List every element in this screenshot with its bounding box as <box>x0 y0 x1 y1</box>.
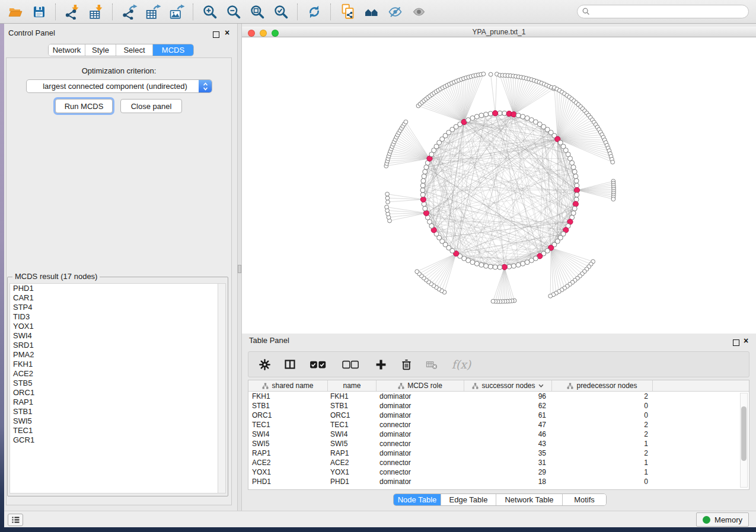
panel-divider-handle[interactable] <box>238 265 241 273</box>
table-cell[interactable]: connector <box>377 468 464 476</box>
table-cell[interactable]: 1 <box>552 468 653 476</box>
mcds-result-item[interactable]: TEC1 <box>10 426 218 435</box>
table-cell[interactable]: TEC1 <box>248 421 328 429</box>
table-cell[interactable]: 46 <box>464 430 552 438</box>
mcds-result-item[interactable]: SRD1 <box>10 341 218 350</box>
table-cell[interactable]: ACE2 <box>328 459 377 467</box>
mcds-result-item[interactable]: SWI4 <box>10 331 218 341</box>
network-window-titlebar[interactable]: YPA_prune.txt_1 <box>242 27 756 37</box>
zoom-fit-button[interactable] <box>245 2 269 22</box>
mcds-result-item[interactable]: STB1 <box>10 407 218 416</box>
show-column-panel-button[interactable] <box>283 358 296 371</box>
table-cell[interactable]: 0 <box>552 411 653 419</box>
delete-column-button[interactable] <box>400 358 413 371</box>
table-cell[interactable]: RAP1 <box>248 449 328 457</box>
table-cell[interactable]: ORC1 <box>248 411 328 419</box>
table-row[interactable]: FKH1FKH1dominator962 <box>248 392 749 401</box>
export-network-button[interactable] <box>117 2 141 22</box>
mcds-result-item[interactable]: STB5 <box>10 379 218 388</box>
mcds-result-item[interactable]: GCR1 <box>10 435 218 445</box>
table-cell[interactable]: 29 <box>464 468 552 476</box>
table-cell[interactable]: YOX1 <box>328 468 377 476</box>
close-panel-button[interactable]: Close panel <box>120 99 182 113</box>
tab-node-table[interactable]: Node Table <box>394 494 441 505</box>
table-cell[interactable]: 1 <box>552 440 653 448</box>
table-row[interactable]: ORC1ORC1dominator610 <box>248 411 749 420</box>
column-header-name[interactable]: name <box>328 380 377 391</box>
table-cell[interactable]: dominator <box>377 392 464 400</box>
mcds-result-item[interactable]: FKH1 <box>10 360 218 369</box>
table-cell[interactable]: 2 <box>552 430 653 438</box>
first-neighbors-button[interactable] <box>359 2 383 22</box>
mcds-result-item[interactable]: STP4 <box>10 303 218 312</box>
table-cell[interactable]: 1 <box>552 459 653 467</box>
table-cell[interactable]: 2 <box>552 449 653 457</box>
table-cell[interactable]: dominator <box>377 402 464 410</box>
table-cell[interactable]: SWI5 <box>328 440 377 448</box>
column-header-successor-nodes[interactable]: successor nodes <box>464 380 552 391</box>
tab-network-table[interactable]: Network Table <box>496 494 563 505</box>
table-cell[interactable]: FKH1 <box>248 392 328 400</box>
table-cell[interactable]: 18 <box>464 477 552 486</box>
table-cell[interactable]: connector <box>377 421 464 429</box>
table-cell[interactable]: ORC1 <box>328 411 377 419</box>
mcds-result-list[interactable]: PHD1CAR1STP4TID3YOX1SWI4SRD1PMA2FKH1ACE2… <box>9 283 219 493</box>
table-row[interactable]: SWI5SWI5connector431 <box>248 439 749 448</box>
table-cell[interactable]: SWI5 <box>248 440 328 448</box>
tab-select[interactable]: Select <box>116 44 153 56</box>
function-builder-button[interactable]: f(x) <box>451 358 472 371</box>
mcds-result-item[interactable]: ACE2 <box>10 369 218 379</box>
search-box[interactable] <box>577 5 749 18</box>
table-cell[interactable]: FKH1 <box>328 392 377 400</box>
network-view-canvas[interactable] <box>242 37 756 334</box>
mcds-result-item[interactable]: TID3 <box>10 312 218 322</box>
criterion-dropdown[interactable]: largest connected component (undirected) <box>26 79 212 93</box>
table-row[interactable]: SWI4SWI4dominator462 <box>248 430 749 439</box>
add-column-button[interactable] <box>374 358 387 371</box>
tab-style[interactable]: Style <box>85 44 116 56</box>
zoom-selected-button[interactable] <box>269 2 293 22</box>
table-scrollbar-thumb[interactable] <box>741 406 747 461</box>
table-row[interactable]: TEC1TEC1connector472 <box>248 420 749 430</box>
column-header-predecessor-nodes[interactable]: predecessor nodes <box>552 380 653 391</box>
table-row[interactable]: ACE2ACE2connector311 <box>248 458 749 467</box>
control-panel-float-button[interactable] <box>213 30 219 40</box>
mcds-result-item[interactable]: PHD1 <box>10 284 218 293</box>
mcds-result-item[interactable]: CAR1 <box>10 293 218 303</box>
delete-table-button[interactable] <box>425 358 438 371</box>
table-scrollbar[interactable] <box>740 393 748 488</box>
table-cell[interactable]: 35 <box>464 449 552 457</box>
import-network-button[interactable] <box>60 2 84 22</box>
tab-motifs[interactable]: Motifs <box>563 494 606 505</box>
deselect-all-button[interactable] <box>342 358 362 371</box>
table-cell[interactable]: STB1 <box>328 402 377 410</box>
table-cell[interactable]: 47 <box>464 421 552 429</box>
refresh-button[interactable] <box>302 2 326 22</box>
table-cell[interactable]: 61 <box>464 411 552 419</box>
mcds-result-item[interactable]: SWI5 <box>10 416 218 426</box>
memory-button[interactable]: Memory <box>696 512 749 527</box>
table-cell[interactable]: SWI4 <box>328 430 377 438</box>
save-session-button[interactable] <box>27 2 51 22</box>
table-cell[interactable]: 31 <box>464 459 552 467</box>
table-cell[interactable]: RAP1 <box>328 449 377 457</box>
table-row[interactable]: YOX1YOX1connector291 <box>248 467 749 477</box>
select-all-button[interactable] <box>309 358 329 371</box>
open-file-button[interactable] <box>4 2 27 22</box>
table-cell[interactable]: SWI4 <box>248 430 328 438</box>
network-graph[interactable] <box>242 37 756 334</box>
mcds-result-item[interactable]: RAP1 <box>10 398 218 407</box>
table-cell[interactable]: PHD1 <box>248 477 328 486</box>
table-cell[interactable]: dominator <box>377 449 464 457</box>
table-cell[interactable]: 43 <box>464 440 552 448</box>
mcds-result-item[interactable]: PMA2 <box>10 350 218 360</box>
mcds-result-item[interactable]: ORC1 <box>10 388 218 398</box>
tab-network[interactable]: Network <box>49 44 85 56</box>
table-cell[interactable]: PHD1 <box>328 477 377 486</box>
table-cell[interactable]: dominator <box>377 411 464 419</box>
show-panels-button[interactable] <box>8 514 23 526</box>
table-cell[interactable]: connector <box>377 459 464 467</box>
table-cell[interactable]: 2 <box>552 421 653 429</box>
table-cell[interactable]: 96 <box>464 392 552 400</box>
table-panel-float-button[interactable] <box>733 338 739 348</box>
